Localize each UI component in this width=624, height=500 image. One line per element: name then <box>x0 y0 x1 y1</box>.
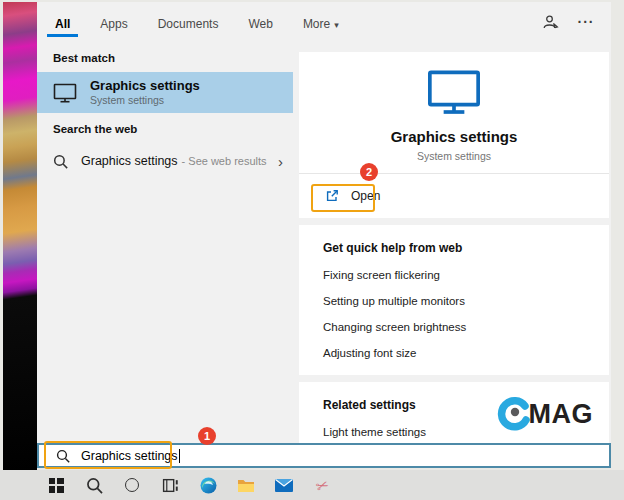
taskbar: ✂ <box>0 470 624 500</box>
taskbar-search-button[interactable] <box>79 470 109 500</box>
scissors-icon: ✂ <box>314 476 331 494</box>
search-icon <box>86 477 103 494</box>
windows-search-flyout: All Apps Documents Web More▾ ··· Best ma… <box>37 2 611 443</box>
file-explorer-button[interactable] <box>231 470 261 500</box>
web-search-result[interactable]: Graphics settings - See web results › <box>37 145 293 177</box>
watermark-text: MAG <box>529 401 594 428</box>
annotation-highlight-step1 <box>44 441 172 469</box>
result-subtitle: System settings <box>90 94 200 107</box>
emag-watermark-logo: MAG <box>496 396 594 432</box>
app-title: Graphics settings <box>391 128 518 145</box>
account-icon[interactable] <box>539 12 561 32</box>
ellipsis-glyph: ··· <box>578 14 595 30</box>
annotation-highlight-step2 <box>311 184 375 212</box>
tab-apps[interactable]: Apps <box>98 6 129 39</box>
start-button[interactable] <box>41 470 71 500</box>
tab-web[interactable]: Web <box>246 6 274 39</box>
search-results-pane: Best match Graphics settings System sett… <box>37 42 293 456</box>
help-link-font-size[interactable]: Adjusting font size <box>323 347 597 359</box>
app-subtitle: System settings <box>417 150 491 162</box>
text-caret <box>179 449 180 463</box>
windows-logo-icon <box>49 478 64 493</box>
cortana-icon <box>125 478 139 492</box>
tab-more[interactable]: More▾ <box>301 6 341 39</box>
annotation-badge-step1: 1 <box>198 427 216 445</box>
search-tabs-bar: All Apps Documents Web More▾ ··· <box>37 2 611 42</box>
more-options-icon[interactable]: ··· <box>575 12 597 32</box>
help-link-multiple-monitors[interactable]: Setting up multiple monitors <box>323 295 597 307</box>
task-view-button[interactable] <box>155 470 185 500</box>
help-link-screen-brightness[interactable]: Changing screen brightness <box>323 321 597 333</box>
edge-browser-button[interactable] <box>193 470 223 500</box>
graphics-settings-app-icon <box>426 69 482 115</box>
best-match-header: Best match <box>37 42 293 72</box>
snip-tool-button[interactable]: ✂ <box>307 470 337 500</box>
task-view-icon <box>162 477 179 494</box>
web-query-text: Graphics settings <box>81 154 178 168</box>
emag-logo-icon <box>496 396 532 432</box>
chevron-right-icon[interactable]: › <box>278 154 283 169</box>
mail-icon <box>275 479 293 492</box>
tab-all[interactable]: All <box>53 6 72 39</box>
tab-documents[interactable]: Documents <box>156 6 221 39</box>
cortana-button[interactable] <box>117 470 147 500</box>
tab-more-label: More <box>303 17 330 31</box>
screenshot-frame: All Apps Documents Web More▾ ··· Best ma… <box>0 0 624 500</box>
best-match-result[interactable]: Graphics settings System settings <box>37 72 293 113</box>
search-icon <box>53 154 68 169</box>
result-title: Graphics settings <box>90 78 200 93</box>
monitor-icon <box>53 83 77 103</box>
edge-icon <box>200 477 217 494</box>
web-suffix-text: - See web results <box>182 155 267 167</box>
annotation-badge-step2: 2 <box>360 163 378 181</box>
desktop-wallpaper <box>3 2 37 470</box>
result-detail-pane: Graphics settings System settings Open G… <box>293 42 611 456</box>
quick-help-card: Get quick help from web Fixing screen fl… <box>299 225 609 375</box>
quick-help-header: Get quick help from web <box>323 241 597 255</box>
mail-button[interactable] <box>269 470 299 500</box>
chevron-down-icon: ▾ <box>334 20 339 30</box>
help-link-screen-flickering[interactable]: Fixing screen flickering <box>323 269 597 281</box>
file-explorer-icon <box>237 478 255 493</box>
search-web-header: Search the web <box>37 113 293 143</box>
